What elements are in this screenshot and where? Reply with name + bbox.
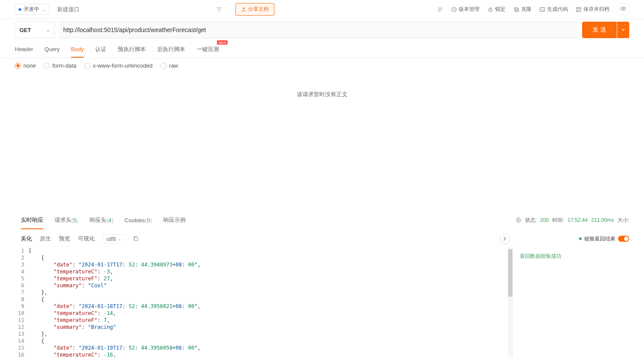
share-icon: [241, 7, 246, 12]
collapse-icon[interactable]: [437, 6, 443, 13]
code-line: "temperatureC": -3,: [29, 268, 512, 275]
line-number: 12: [15, 324, 24, 331]
toolbar-label: 克隆: [521, 6, 531, 13]
response-tab-3[interactable]: Cookies(0): [125, 211, 152, 229]
toolbar-label: 锁定: [495, 6, 506, 13]
chevron-right-icon: [502, 237, 507, 241]
svg-rect-9: [515, 9, 518, 12]
code-line: "date": "2024-01-18T17: 52: 44.3956021+0…: [29, 303, 512, 310]
tab-header[interactable]: Header: [15, 41, 33, 58]
body-type-raw[interactable]: raw: [161, 62, 178, 69]
line-number: 3: [15, 261, 24, 268]
encoding-select[interactable]: utf8 ⌄: [103, 234, 125, 243]
line-number: 16: [15, 351, 24, 357]
dev-status-label: 开发中: [24, 6, 39, 13]
tab-预执行脚本[interactable]: 预执行脚本: [118, 41, 146, 58]
code-line: "date": "2024-01-19T17: 52: 44.3956058+0…: [29, 344, 512, 351]
tab-后执行脚本[interactable]: 后执行脚本: [157, 41, 185, 58]
scrollbar-track[interactable]: [508, 247, 512, 357]
eye-icon: [620, 6, 626, 12]
validation-success-text: 返回数据校验成功: [520, 253, 561, 259]
new-badge: NEW: [217, 40, 228, 45]
body-type-none[interactable]: none: [15, 62, 36, 69]
duration-value: 211.00ms: [591, 217, 614, 223]
validation-toggle[interactable]: [618, 236, 629, 242]
chevron-down-icon: ⌄: [118, 237, 121, 241]
radio-circle: [44, 63, 50, 69]
scrollbar-thumb[interactable]: [508, 249, 512, 297]
url-input[interactable]: [59, 22, 578, 38]
toolbar-lock-button[interactable]: 锁定: [487, 6, 506, 13]
format-预览[interactable]: 预览: [59, 235, 70, 243]
tab-一键压测[interactable]: 一键压测NEW: [196, 41, 219, 58]
method-select[interactable]: GET ⌄: [15, 22, 55, 38]
response-tab-2[interactable]: 响应头(4): [90, 211, 113, 229]
radio-circle: [84, 63, 90, 69]
tab-body[interactable]: Body: [71, 41, 84, 58]
filter-icon[interactable]: [216, 6, 222, 13]
radio-label: raw: [169, 62, 178, 69]
svg-rect-10: [540, 7, 545, 11]
code-line: "temperatureC": -16,: [29, 351, 512, 357]
collapse-panel-button[interactable]: [499, 234, 510, 244]
line-number: 14: [15, 338, 24, 344]
line-number: 7: [15, 289, 24, 296]
tab-认证[interactable]: 认证: [95, 41, 106, 58]
toolbar-history-button[interactable]: 版本管理: [451, 6, 480, 13]
send-button[interactable]: 发 送: [582, 22, 617, 38]
encoding-label: utf8: [106, 236, 116, 242]
body-type-form-data[interactable]: form-data: [44, 62, 77, 69]
line-number: 10: [15, 310, 24, 317]
code-line: "date": "2024-01-17T17: 52: 44.3948973+0…: [29, 261, 512, 268]
code-line: "temperatureC": -14,: [29, 310, 512, 317]
share-label: 分享文档: [248, 6, 269, 13]
send-dropdown-button[interactable]: [617, 22, 629, 38]
preview-button[interactable]: [617, 3, 629, 15]
chevron-down-icon: [621, 28, 625, 32]
status-code: 200: [540, 217, 549, 223]
no-body-text: 该请求暂时没有正文: [0, 73, 644, 98]
dev-status-chip[interactable]: 开发中 ⌄: [15, 4, 49, 15]
save-icon: [576, 6, 582, 13]
code-line: "summary": "Bracing": [29, 324, 512, 331]
time-value: 17:52:44: [567, 217, 588, 223]
share-doc-button[interactable]: 分享文档: [235, 3, 274, 16]
toolbar-save-button[interactable]: 保存并归档: [576, 6, 609, 13]
svg-rect-8: [515, 7, 518, 10]
method-label: GET: [19, 27, 31, 33]
line-number: 1: [15, 247, 24, 254]
toolbar-code-button[interactable]: 生成代码: [539, 6, 568, 13]
format-可视化[interactable]: 可视化: [78, 235, 95, 243]
response-tab-0[interactable]: 实时响应: [21, 211, 43, 229]
radio-circle: [161, 63, 167, 69]
format-美化[interactable]: 美化: [21, 235, 32, 243]
lock-icon: [487, 6, 493, 13]
response-tab-4[interactable]: 响应示例: [163, 211, 186, 229]
code-line: "temperatureF": 27,: [29, 275, 512, 282]
code-line: {: [29, 296, 512, 303]
globe-icon: [515, 217, 522, 223]
code-line: {: [29, 338, 512, 344]
code-line: {: [29, 254, 512, 261]
validation-dot: [579, 237, 582, 240]
chevron-down-icon: ⌄: [46, 28, 50, 32]
body-type-x-www-form-urlencoded[interactable]: x-www-form-urlencoded: [84, 62, 153, 69]
clone-icon: [513, 6, 519, 13]
copy-icon[interactable]: [133, 236, 139, 242]
radio-label: x-www-form-urlencoded: [93, 62, 153, 69]
line-number: 11: [15, 317, 24, 324]
toolbar-clone-button[interactable]: 克隆: [513, 6, 531, 13]
format-原生[interactable]: 原生: [40, 235, 51, 243]
size-label: 大小:: [618, 217, 629, 224]
code-icon: [539, 6, 545, 13]
line-number: 5: [15, 275, 24, 282]
api-name-input[interactable]: [54, 4, 216, 14]
status-label: 状态:: [525, 217, 537, 224]
line-number: 4: [15, 268, 24, 275]
radio-circle: [15, 63, 21, 69]
line-number: 8: [15, 296, 24, 303]
tab-query[interactable]: Query: [45, 41, 60, 58]
response-tab-1[interactable]: 请求头(5): [55, 211, 78, 229]
status-dot: [19, 8, 21, 11]
svg-point-12: [622, 8, 624, 10]
